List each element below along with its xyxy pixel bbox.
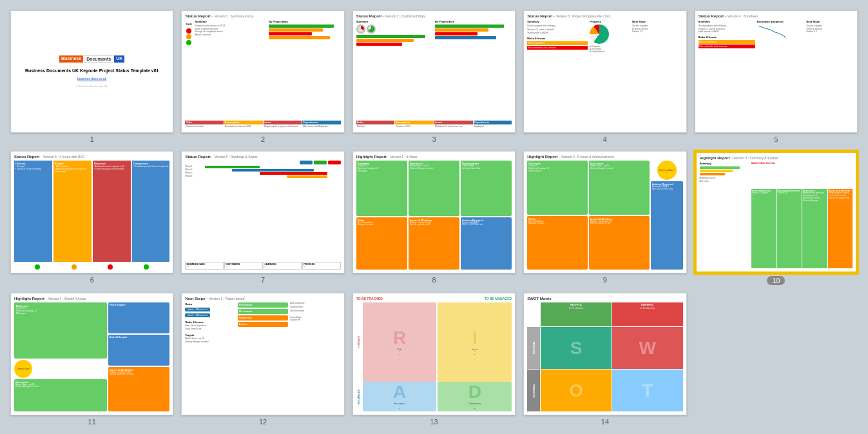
slide-5-header: Status Report – Version 4 : Burndown	[699, 14, 854, 18]
slide-1-footer: © Business Documents UK	[77, 84, 108, 88]
slide-4[interactable]: Status Report – Version 3 : Project Prog…	[523, 10, 686, 133]
gantt-row-2: Phase 2	[185, 169, 340, 172]
slide-14-header: SWOT Matrix	[527, 297, 682, 301]
slide-1-title: Business Documents UK Keynote Project St…	[25, 68, 159, 74]
slide-wrapper-12: Next Steps – Version 1 : 'Action-based' …	[181, 293, 344, 426]
slide-number-5: 5	[774, 135, 778, 143]
pie-chart	[590, 25, 609, 44]
burndown-chart	[757, 25, 789, 41]
slide-wrapper-3: Status Report – Version 2 : Dashboard Di…	[352, 10, 516, 143]
rag-amber	[186, 34, 191, 39]
slide-10[interactable]: Highlight Report – Version 3 : Summary &…	[695, 151, 858, 273]
slide-4-header: Status Report – Version 3 : Project Prog…	[527, 14, 682, 18]
gantt-row-1: Phase 1	[185, 166, 340, 168]
slide-wrapper-9: Highlight Report – Version 2 : 5 Areas &…	[523, 151, 686, 285]
slide-wrapper-6: Status Report – Version 5 : 4 Areas with…	[10, 151, 173, 285]
slide-wrapper-13: TO BE TRACKED TO BE MANAGED THREATS R Ri…	[352, 293, 516, 426]
slide-number-10: 10	[767, 276, 785, 285]
slide-10-header: Highlight Report – Version 3 : Summary &…	[700, 156, 853, 160]
slide-wrapper-8: Highlight Report – Version 1 : 6 Areas S…	[352, 151, 516, 285]
logo-bar: Business Documents UK	[59, 55, 124, 63]
slide-number-13: 13	[430, 418, 438, 426]
slide-wrapper-4: Status Report – Version 3 : Project Prog…	[523, 10, 686, 143]
rag-lights	[185, 27, 193, 46]
rag-red	[186, 28, 191, 34]
gantt-row-3: Phase 3	[185, 172, 340, 175]
slide-number-8: 8	[432, 276, 436, 284]
slide-3[interactable]: Status Report – Version 2 : Dashboard Di…	[352, 10, 516, 133]
svg-line-0	[758, 26, 788, 39]
rag-green	[186, 40, 191, 45]
slide-number-2: 2	[261, 135, 265, 143]
slide-number-7: 7	[261, 276, 265, 284]
date-arrow-1: [date] – Milestone 1	[185, 308, 210, 311]
slide-wrapper-11: Highlight Report – Version 4 : Simple 4 …	[10, 293, 173, 426]
slide-number-1: 1	[90, 135, 94, 143]
slide-2-header: Status Report – Version 1 : Summary Focu…	[185, 14, 340, 18]
slide-1-link: business-docs.co.uk	[77, 77, 106, 81]
slide-wrapper-14: SWOT Matrix HELPFULfor the objectives HA…	[523, 293, 686, 426]
slide-2-title: Status Report	[185, 14, 210, 18]
slide-11[interactable]: Highlight Report – Version 4 : Simple 4 …	[10, 293, 173, 415]
slide-9-header: Highlight Report – Version 2 : 5 Areas &…	[527, 155, 682, 159]
rag-light-red-1	[108, 264, 113, 270]
slide-11-header: Highlight Report – Version 4 : Simple 4 …	[14, 297, 169, 301]
slide-12[interactable]: Next Steps – Version 1 : 'Action-based' …	[181, 293, 344, 415]
slide-8-header: Highlight Report – Version 1 : 6 Areas	[356, 155, 512, 159]
slide-7-header: Status Report – Version 6 : Roadmap & St…	[185, 155, 340, 159]
slide-number-9: 9	[603, 276, 607, 284]
rag-light-amber-1	[72, 264, 77, 270]
slide-8[interactable]: Highlight Report – Version 1 : 6 Areas S…	[352, 151, 516, 273]
slide-wrapper-2: Status Report – Version 1 : Summary Focu…	[181, 10, 344, 143]
slide-1[interactable]: Business Documents UK Business Documents…	[10, 10, 173, 133]
slide-wrapper-1: Business Documents UK Business Documents…	[10, 10, 173, 143]
slide-12-header: Next Steps – Version 1 : 'Action-based'	[185, 297, 340, 301]
logo-business: Business	[59, 55, 83, 63]
slide-number-11: 11	[88, 418, 96, 426]
slide-number-3: 3	[432, 135, 436, 143]
logo-documents: Documents	[84, 55, 113, 63]
slide-6[interactable]: Status Report – Version 5 : 4 Areas with…	[10, 151, 173, 273]
date-arrow-2: [date] – Milestone 2	[185, 313, 210, 317]
slide-14[interactable]: SWOT Matrix HELPFULfor the objectives HA…	[523, 293, 686, 415]
slide-13[interactable]: TO BE TRACKED TO BE MANAGED THREATS R Ri…	[352, 293, 516, 415]
slide-2-subtitle: – Version 1 : Summary Focus	[211, 14, 254, 18]
slide-9[interactable]: Highlight Report – Version 2 : 5 Areas &…	[523, 151, 686, 273]
slide-number-12: 12	[259, 418, 267, 426]
gantt-row-4: Phase 4	[185, 175, 340, 178]
slide-wrapper-5: Status Report – Version 4 : Burndown Sum…	[695, 10, 858, 143]
slide-5[interactable]: Status Report – Version 4 : Burndown Sum…	[695, 10, 858, 133]
slide-6-header: Status Report – Version 5 : 4 Areas with…	[14, 155, 169, 159]
slide-7[interactable]: Status Report – Version 6 : Roadmap & St…	[181, 151, 344, 273]
slides-grid: Business Documents UK Business Documents…	[10, 10, 858, 426]
slide-2[interactable]: Status Report – Version 1 : Summary Focu…	[181, 10, 344, 133]
slide-number-4: 4	[603, 135, 607, 143]
slide-3-header: Status Report – Version 2 : Dashboard Di…	[356, 14, 512, 18]
logo-uk: UK	[114, 55, 124, 63]
slide-number-14: 14	[601, 418, 609, 426]
rag-light-green-1	[35, 264, 40, 270]
slide-number-6: 6	[90, 276, 94, 284]
slide-wrapper-7: Status Report – Version 6 : Roadmap & St…	[181, 151, 344, 285]
slide-wrapper-10: Highlight Report – Version 3 : Summary &…	[695, 151, 858, 285]
rag-light-green-2	[144, 264, 149, 270]
